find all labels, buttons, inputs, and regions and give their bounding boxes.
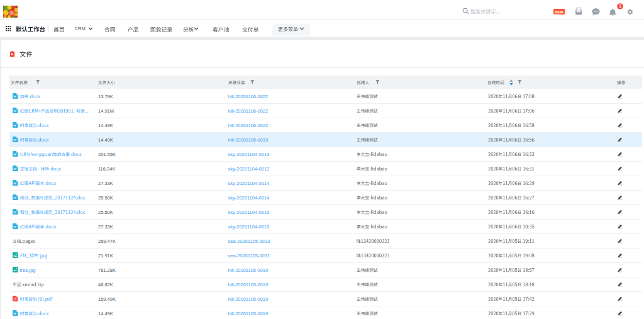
svg-text:1: 1 (619, 4, 621, 8)
svg-text:NEW: NEW (555, 10, 564, 14)
